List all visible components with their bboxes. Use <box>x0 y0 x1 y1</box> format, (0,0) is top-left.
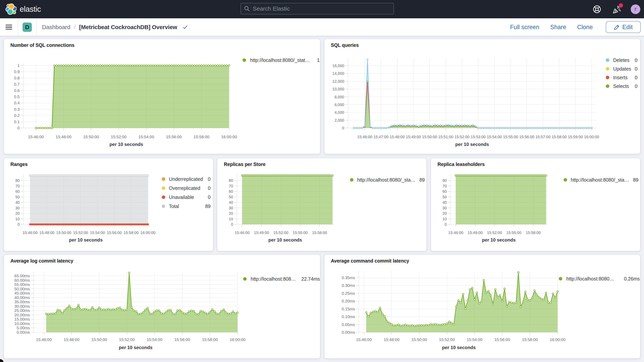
menu-button[interactable] <box>0 18 18 36</box>
svg-text:0.15ms: 0.15ms <box>342 307 355 311</box>
help-button[interactable] <box>590 3 603 16</box>
svg-text:20.00ms: 20.00ms <box>14 313 30 317</box>
svg-text:14,000: 14,000 <box>332 71 344 76</box>
svg-text:0: 0 <box>17 126 20 130</box>
check-icon[interactable] <box>182 24 188 30</box>
svg-text:15:50:00: 15:50:00 <box>56 230 71 235</box>
svg-text:20: 20 <box>442 211 447 216</box>
svg-text:16:00:00: 16:00:00 <box>140 230 156 235</box>
svg-text:40: 40 <box>442 200 447 204</box>
breadcrumb-dashboard[interactable]: Dashboard <box>42 24 70 30</box>
svg-text:15.00ms: 15.00ms <box>14 317 30 321</box>
svg-text:0: 0 <box>208 186 210 191</box>
svg-text:4,000: 4,000 <box>334 110 344 114</box>
svg-text:0.4: 0.4 <box>14 100 20 105</box>
svg-text:0.8: 0.8 <box>14 76 20 80</box>
svg-text:0: 0 <box>231 222 233 226</box>
svg-text:60.00ms: 60.00ms <box>14 278 30 282</box>
svg-text:60: 60 <box>442 189 447 194</box>
svg-text:30: 30 <box>229 206 233 210</box>
svg-text:50.00ms: 50.00ms <box>14 287 30 291</box>
svg-text:1: 1 <box>17 63 20 68</box>
svg-text:0.6: 0.6 <box>14 88 20 93</box>
chart-sql-queries[interactable]: 02,0004,0006,0008,00010,00012,00014,0001… <box>324 39 640 154</box>
dashboard-app-icon[interactable]: D <box>22 22 32 32</box>
clone-link[interactable]: Clone <box>577 24 593 31</box>
svg-text:15:46:00: 15:46:00 <box>235 230 250 235</box>
svg-text:15:55:00: 15:55:00 <box>506 230 521 235</box>
search-icon <box>244 6 250 12</box>
chart-ranges[interactable]: 0102030405060708015:46:0015:48:0015:50:0… <box>4 158 213 251</box>
full-screen-link[interactable]: Full screen <box>510 24 539 31</box>
svg-text:15:46:00: 15:46:00 <box>28 134 44 139</box>
svg-text:15:51:00: 15:51:00 <box>438 135 453 139</box>
dashboard-header: D Dashboard / [Metricbeat CockroachDB] O… <box>0 18 644 36</box>
svg-text:15:49:00: 15:49:00 <box>468 230 482 235</box>
svg-text:55.00ms: 55.00ms <box>14 282 30 287</box>
svg-text:15:46:00: 15:46:00 <box>448 230 463 235</box>
svg-text:15:52:00: 15:52:00 <box>73 230 88 235</box>
svg-text:15:52:00: 15:52:00 <box>439 337 455 342</box>
svg-text:per 10 seconds: per 10 seconds <box>268 237 302 242</box>
svg-text:40.00ms: 40.00ms <box>14 295 30 300</box>
svg-text:0.26ms: 0.26ms <box>624 276 640 282</box>
svg-text:per 10 seconds: per 10 seconds <box>119 345 152 350</box>
svg-text:15:50:00: 15:50:00 <box>422 135 437 139</box>
svg-text:89: 89 <box>419 177 425 182</box>
chart-replicas-per-store[interactable]: 0102030405060708015:46:0015:49:0015:52:0… <box>217 158 426 251</box>
svg-text:Total: Total <box>169 204 179 209</box>
edit-button[interactable]: Edit <box>606 21 641 33</box>
svg-text:15:47:00: 15:47:00 <box>374 135 388 139</box>
svg-text:70: 70 <box>442 184 447 188</box>
svg-text:6,000: 6,000 <box>334 102 344 107</box>
svg-text:0.35ms: 0.35ms <box>342 276 355 280</box>
elastic-brand[interactable]: elastic <box>6 3 41 15</box>
svg-text:15:52:00: 15:52:00 <box>487 230 502 235</box>
svg-text:22.74ms: 22.74ms <box>301 276 320 282</box>
chart-number-of-sql-connections[interactable]: 00.10.20.30.40.50.60.70.80.9115:46:0015:… <box>4 39 320 154</box>
svg-text:15:48:00: 15:48:00 <box>384 337 400 342</box>
svg-text:25.00ms: 25.00ms <box>14 308 30 313</box>
svg-text:0.00ms: 0.00ms <box>342 330 355 334</box>
svg-text:15:58:00: 15:58:00 <box>552 135 567 139</box>
pencil-icon <box>614 24 620 30</box>
svg-text:70: 70 <box>16 184 20 188</box>
svg-text:50: 50 <box>229 195 233 199</box>
svg-text:30: 30 <box>442 206 447 210</box>
svg-text:http://localhost:8080/_sta…: http://localhost:8080/_sta… <box>357 177 416 182</box>
svg-text:8,000: 8,000 <box>334 95 344 99</box>
svg-text:15:48:00: 15:48:00 <box>56 134 72 139</box>
svg-text:15:48:00: 15:48:00 <box>390 135 405 139</box>
svg-text:70: 70 <box>229 184 233 188</box>
svg-text:10: 10 <box>16 217 20 221</box>
svg-text:15:58:00: 15:58:00 <box>526 230 541 235</box>
search-input[interactable] <box>253 6 390 12</box>
svg-text:15:53:00: 15:53:00 <box>471 135 486 139</box>
global-search[interactable] <box>240 3 394 14</box>
chart-average-command-commit-latency[interactable]: 0.00ms0.05ms0.10ms0.15ms0.20ms0.25ms0.30… <box>324 255 640 358</box>
svg-text:80: 80 <box>442 178 447 182</box>
svg-text:65.00ms: 65.00ms <box>14 274 30 278</box>
svg-text:per 10 seconds: per 10 seconds <box>110 142 143 147</box>
svg-text:10,000: 10,000 <box>332 87 344 91</box>
svg-text:15:46:00: 15:46:00 <box>36 337 52 342</box>
svg-text:16:00:00: 16:00:00 <box>550 337 566 342</box>
svg-text:89: 89 <box>633 177 638 182</box>
user-avatar[interactable]: r <box>631 4 640 14</box>
chart-average-log-commit-latency[interactable]: 0.00ms5.00ms10.00ms15.00ms20.00ms25.00ms… <box>4 255 320 358</box>
svg-text:0: 0 <box>18 222 20 226</box>
news-button[interactable] <box>611 3 623 16</box>
chart-replica-leaseholders[interactable]: 0102030405060708015:46:0015:49:0015:52:0… <box>431 158 640 251</box>
svg-text:15:50:00: 15:50:00 <box>92 337 107 342</box>
svg-text:15:58:00: 15:58:00 <box>202 337 218 342</box>
svg-text:15:49:00: 15:49:00 <box>406 135 421 139</box>
share-link[interactable]: Share <box>550 24 566 31</box>
svg-text:15:58:00: 15:58:00 <box>124 230 139 235</box>
svg-text:15:46:00: 15:46:00 <box>356 337 372 342</box>
svg-text:35.00ms: 35.00ms <box>14 300 30 304</box>
svg-text:0: 0 <box>208 176 210 182</box>
svg-text:15:56:00: 15:56:00 <box>519 135 534 139</box>
svg-text:Unavailable: Unavailable <box>169 194 194 200</box>
panel-replica-leaseholders: Replica leaseholders 0102030405060708015… <box>430 158 640 251</box>
svg-text:60: 60 <box>16 189 20 194</box>
